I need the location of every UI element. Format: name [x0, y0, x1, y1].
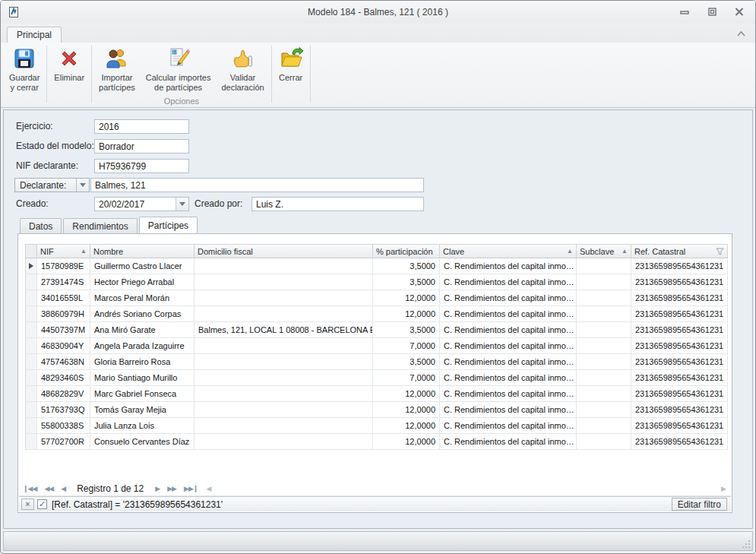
row-indicator[interactable] — [25, 402, 37, 418]
cell-clave[interactable]: C. Rendimientos del capital inmo… — [440, 386, 577, 402]
row-indicator[interactable] — [25, 370, 37, 386]
cell-pct[interactable]: 12,0000 — [373, 402, 440, 418]
cell-domicilio[interactable] — [195, 386, 373, 402]
table-row[interactable]: 15780989EGuillermo Castro Llacer3,5000C.… — [25, 258, 728, 274]
cell-ref[interactable]: 2313659895654361231 — [631, 386, 728, 402]
cell-nif[interactable]: 46830904Y — [37, 338, 90, 354]
cell-nif[interactable]: 44507397M — [37, 322, 90, 338]
column-header-ref[interactable]: Ref. Catastral — [631, 244, 728, 258]
row-indicator[interactable] — [25, 434, 37, 450]
row-indicator[interactable] — [25, 290, 37, 306]
cell-subclave[interactable] — [577, 290, 631, 306]
table-row[interactable]: 57702700RConsuelo Cervantes Díaz12,0000C… — [25, 434, 728, 450]
cell-nombre[interactable]: Marc Gabriel Fonseca — [90, 386, 195, 402]
prev-page-button[interactable]: ◀◀ — [40, 485, 57, 492]
column-header-domicilio[interactable]: Domicilio fiscal — [195, 244, 373, 258]
cell-subclave[interactable] — [577, 354, 631, 370]
cell-subclave[interactable] — [577, 418, 631, 434]
cell-pct[interactable]: 3,5000 — [373, 274, 440, 290]
cell-nif[interactable]: 15780989E — [37, 258, 90, 274]
cell-nombre[interactable]: Angela Parada Izaguirre — [90, 338, 195, 354]
cell-ref[interactable]: 2313659895654361231 — [631, 434, 728, 450]
cell-clave[interactable]: C. Rendimientos del capital inmo… — [440, 306, 577, 322]
cell-ref[interactable]: 2313659895654361231 — [631, 274, 728, 290]
cell-clave[interactable]: C. Rendimientos del capital inmo… — [440, 370, 577, 386]
cell-nif[interactable]: 51763793Q — [37, 402, 90, 418]
cell-clave[interactable]: C. Rendimientos del capital inmo… — [440, 274, 577, 290]
cell-pct[interactable]: 7,0000 — [373, 370, 440, 386]
next-page-button[interactable]: ▶▶ — [163, 485, 180, 492]
importar-participes-button[interactable]: Importar partícipes — [93, 43, 141, 97]
table-row[interactable]: 48293460SMario Santiago Murillo7,0000C. … — [25, 370, 728, 386]
restore-button[interactable] — [704, 5, 720, 18]
last-record-button[interactable]: ▶▶❙ — [180, 485, 201, 492]
guardar-y-cerrar-button[interactable]: Guardar y cerrar — [4, 43, 45, 107]
column-header-subclave[interactable]: Subclave▲ — [577, 244, 631, 258]
cell-pct[interactable]: 12,0000 — [373, 418, 440, 434]
tab-datos[interactable]: Datos — [20, 218, 62, 233]
nif-declarante-field[interactable]: H75936799 — [94, 159, 189, 173]
column-header-nif[interactable]: NIF▲ — [37, 244, 90, 258]
cell-nif[interactable]: 55800338S — [37, 418, 90, 434]
cell-clave[interactable]: C. Rendimientos del capital inmo… — [440, 322, 577, 338]
table-row[interactable]: 47574638NGloria Barreiro Rosa3,5000C. Re… — [25, 354, 728, 370]
cell-subclave[interactable] — [577, 306, 631, 322]
cell-ref[interactable]: 2313659895654361231 — [631, 258, 728, 274]
cell-subclave[interactable] — [577, 386, 631, 402]
prev-record-button[interactable]: ◀ — [57, 485, 69, 492]
cell-nombre[interactable]: Ana Miró Garate — [90, 322, 195, 338]
cell-clave[interactable]: C. Rendimientos del capital inmo… — [440, 354, 577, 370]
row-indicator[interactable] — [25, 386, 37, 402]
row-indicator[interactable] — [25, 258, 37, 274]
collapse-ribbon-icon[interactable] — [736, 27, 746, 40]
cerrar-button[interactable]: Cerrar — [274, 43, 308, 107]
cell-clave[interactable]: C. Rendimientos del capital inmo… — [440, 434, 577, 450]
tab-principal[interactable]: Principal — [7, 27, 62, 43]
cell-domicilio[interactable] — [195, 370, 373, 386]
column-header-clave[interactable]: Clave▲ — [440, 244, 577, 258]
cell-subclave[interactable] — [577, 322, 631, 338]
hscroll-left-arrow[interactable]: ◀ — [201, 485, 216, 492]
resize-grip[interactable] — [742, 540, 751, 549]
table-row[interactable]: 44507397MAna Miró GarateBalmes, 121, LOC… — [25, 322, 728, 338]
eliminar-button[interactable]: Eliminar — [49, 43, 90, 107]
cell-nombre[interactable]: Marcos Peral Morán — [90, 290, 195, 306]
cell-nif[interactable]: 47574638N — [37, 354, 90, 370]
clear-filter-button[interactable]: × — [21, 499, 34, 510]
cell-ref[interactable]: 2313659895654361231 — [631, 290, 728, 306]
cell-subclave[interactable] — [577, 338, 631, 354]
cell-clave[interactable]: C. Rendimientos del capital inmo… — [440, 402, 577, 418]
cell-domicilio[interactable] — [195, 418, 373, 434]
cell-clave[interactable]: C. Rendimientos del capital inmo… — [440, 418, 577, 434]
creado-por-field[interactable]: Luis Z. — [251, 197, 424, 211]
table-row[interactable]: 27391474SHector Priego Arrabal3,5000C. R… — [25, 274, 728, 290]
row-indicator[interactable] — [25, 354, 37, 370]
cell-pct[interactable]: 12,0000 — [373, 290, 440, 306]
table-row[interactable]: 48682829VMarc Gabriel Fonseca12,0000C. R… — [25, 386, 728, 402]
cell-pct[interactable]: 12,0000 — [373, 434, 440, 450]
cell-subclave[interactable] — [577, 258, 631, 274]
cell-subclave[interactable] — [577, 274, 631, 290]
cell-clave[interactable]: C. Rendimientos del capital inmo… — [440, 258, 577, 274]
cell-domicilio[interactable] — [195, 402, 373, 418]
cell-subclave[interactable] — [577, 434, 631, 450]
cell-domicilio[interactable] — [195, 354, 373, 370]
cell-nombre[interactable]: Consuelo Cervantes Díaz — [90, 434, 195, 450]
first-record-button[interactable]: ❙◀◀ — [19, 485, 40, 492]
cell-domicilio[interactable] — [195, 290, 373, 306]
editar-filtro-button[interactable]: Editar filtro — [672, 498, 727, 511]
row-indicator[interactable] — [25, 306, 37, 322]
cell-nif[interactable]: 48682829V — [37, 386, 90, 402]
cell-nombre[interactable]: Julia Lanza Lois — [90, 418, 195, 434]
estado-field[interactable]: Borrador — [94, 139, 189, 154]
cell-ref[interactable]: 2313659895654361231 — [631, 322, 728, 338]
cell-clave[interactable]: C. Rendimientos del capital inmo… — [440, 338, 577, 354]
cell-nif[interactable]: 48293460S — [37, 370, 90, 386]
cell-domicilio[interactable] — [195, 434, 373, 450]
next-record-button[interactable]: ▶ — [151, 485, 163, 492]
table-row[interactable]: 51763793QTomás Garay Mejia12,0000C. Rend… — [25, 402, 728, 418]
cell-ref[interactable]: 2313659895654361231 — [631, 354, 728, 370]
cell-pct[interactable]: 12,0000 — [373, 306, 440, 322]
cell-pct[interactable]: 12,0000 — [373, 386, 440, 402]
tab-rendimientos[interactable]: Rendimientos — [63, 218, 137, 233]
